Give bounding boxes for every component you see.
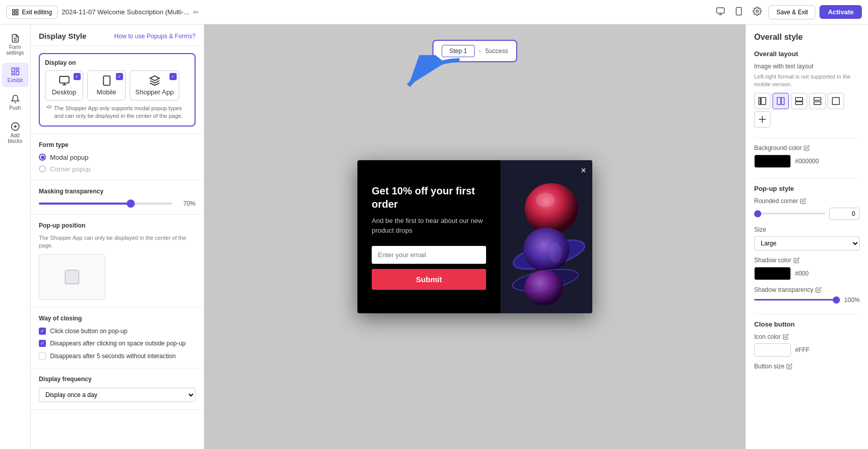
- form-type-modal[interactable]: Modal popup: [39, 154, 196, 161]
- panel-title: Display Style: [39, 32, 86, 40]
- size-label: Size: [754, 226, 860, 233]
- popup-right-image: [500, 160, 592, 313]
- background-color-section: Background color #000000: [754, 144, 860, 168]
- rounded-corner-slider[interactable]: [754, 213, 825, 214]
- display-option-desktop[interactable]: Desktop: [45, 70, 83, 101]
- form-type-corner[interactable]: Corner popup: [39, 165, 196, 173]
- exit-editing-button[interactable]: Exit editing: [6, 6, 58, 19]
- svg-rect-22: [103, 76, 110, 85]
- popup-close-button[interactable]: ×: [581, 165, 586, 176]
- position-preview[interactable]: [39, 254, 105, 300]
- shopper-check: [170, 73, 177, 80]
- success-label[interactable]: Success: [485, 47, 508, 55]
- svg-point-33: [536, 193, 554, 207]
- masking-title: Masking transparency: [39, 188, 196, 195]
- mobile-device-button[interactable]: [732, 4, 746, 20]
- sidebar-item-form-settings[interactable]: Form settings: [2, 30, 29, 60]
- svg-rect-0: [13, 9, 15, 11]
- shadow-color-row: #000: [754, 267, 860, 280]
- svg-rect-14: [16, 71, 18, 75]
- save-exit-button[interactable]: Save & Exit: [768, 5, 815, 19]
- layout-option-4[interactable]: [809, 93, 826, 109]
- display-option-mobile-label: Mobile: [97, 88, 116, 96]
- help-link[interactable]: How to use Popups & Forms?: [114, 33, 196, 40]
- icon-sidebar: Form settings Exhibit Push Add blocks: [0, 24, 31, 449]
- checkbox-1: [39, 340, 46, 347]
- svg-point-26: [525, 183, 578, 234]
- settings-device-button[interactable]: [750, 4, 764, 20]
- svg-rect-40: [795, 102, 803, 104]
- mobile-check: [116, 73, 123, 80]
- radio-modal-indicator: [39, 154, 46, 161]
- shadow-transparency-slider[interactable]: [754, 299, 840, 301]
- sidebar-item-push[interactable]: Push: [2, 90, 29, 115]
- svg-rect-15: [12, 73, 14, 75]
- rounded-corner-input[interactable]: [829, 208, 860, 220]
- layout-option-2[interactable]: [773, 93, 789, 109]
- display-frequency-select[interactable]: Display once a day: [39, 388, 196, 402]
- bg-color-swatch[interactable]: [754, 155, 791, 168]
- desktop-device-button[interactable]: [713, 4, 728, 20]
- layout-label: Image with text layout: [754, 63, 860, 70]
- close-button-title: Close button: [754, 320, 860, 328]
- display-option-mobile[interactable]: Mobile: [87, 70, 126, 101]
- size-select[interactable]: Large Small Medium Extra Large: [754, 236, 860, 251]
- sidebar-item-exhibit[interactable]: Exhibit: [2, 63, 29, 87]
- shadow-color-swatch[interactable]: [754, 267, 791, 280]
- sidebar-exhibit-label: Exhibit: [7, 78, 22, 83]
- edit-title-icon[interactable]: ✏: [193, 8, 199, 16]
- popup-overlay: × Get 10% off your first order And be th…: [204, 24, 745, 449]
- overall-layout-section: Overall layout Image with text layout Le…: [754, 50, 860, 128]
- masking-value: 70%: [178, 200, 196, 207]
- main-layout: Form settings Exhibit Push Add blocks Di…: [0, 24, 868, 449]
- closing-option-0[interactable]: Click close button on pop-up: [39, 327, 196, 336]
- divider-2: [754, 178, 860, 179]
- popup-modal: × Get 10% off your first order And be th…: [357, 160, 592, 313]
- layout-option-6[interactable]: [754, 111, 770, 128]
- rounded-corner-row: [754, 208, 860, 220]
- popup-3d-orb-image: [500, 160, 592, 313]
- shadow-transparency-label: Shadow transparency: [754, 286, 860, 293]
- shadow-transparency-row: 100%: [754, 296, 860, 304]
- icon-color-label: Icon color: [754, 333, 860, 340]
- svg-rect-38: [782, 97, 784, 105]
- svg-rect-37: [777, 97, 781, 105]
- popup-email-input[interactable]: [372, 246, 486, 264]
- layout-option-5[interactable]: [828, 93, 844, 109]
- masking-section: Masking transparency 70%: [31, 181, 204, 215]
- bg-color-row: #000000: [754, 155, 860, 168]
- layout-option-1[interactable]: [754, 93, 770, 109]
- way-of-closing-section: Way of closing Click close button on pop…: [31, 308, 204, 368]
- layout-option-3[interactable]: [791, 93, 807, 109]
- closing-option-2[interactable]: Disappears after 5 seconds without inter…: [39, 352, 196, 361]
- closing-option-1[interactable]: Disappears after clicking on space outsi…: [39, 339, 196, 348]
- popup-submit-button[interactable]: Submit: [372, 269, 486, 290]
- divider-3: [754, 314, 860, 314]
- masking-slider-row: 70%: [39, 200, 196, 207]
- checkbox-2: [39, 353, 46, 360]
- button-size-label: Button size: [754, 363, 860, 370]
- display-on-section: Display on Desktop Mobile Shopper A: [31, 46, 204, 134]
- popup-heading: Get 10% off your first order: [372, 184, 486, 211]
- icon-color-swatch[interactable]: [754, 343, 791, 357]
- sidebar-item-add-blocks[interactable]: Add blocks: [2, 118, 29, 148]
- popup-position-section: Pop-up position The Shopper App can only…: [31, 215, 204, 308]
- layout-sublabel: Left-right format is not supported in th…: [754, 73, 860, 89]
- popup-style-section: Pop-up style Rounded corner Size Large S…: [754, 185, 860, 304]
- display-option-shopper-app[interactable]: Shopper App: [130, 70, 179, 101]
- form-type-section: Form type Modal popup Corner popup: [31, 134, 204, 181]
- activate-button[interactable]: Activate: [819, 5, 862, 19]
- radio-corner-indicator: [39, 165, 46, 172]
- sidebar-form-settings-label: Form settings: [5, 44, 26, 56]
- svg-rect-42: [814, 102, 821, 104]
- display-on-container: Display on Desktop Mobile Shopper A: [39, 53, 196, 127]
- bg-color-hex: #000000: [795, 158, 819, 165]
- left-panel: Display Style How to use Popups & Forms?…: [31, 24, 204, 449]
- overall-layout-title: Overall layout: [754, 50, 860, 58]
- display-frequency-title: Display frequency: [39, 376, 196, 383]
- svg-rect-12: [12, 68, 14, 71]
- form-type-options: Modal popup Corner popup: [39, 154, 196, 173]
- form-type-title: Form type: [39, 141, 196, 148]
- svg-rect-39: [795, 97, 803, 101]
- masking-slider[interactable]: [39, 203, 173, 205]
